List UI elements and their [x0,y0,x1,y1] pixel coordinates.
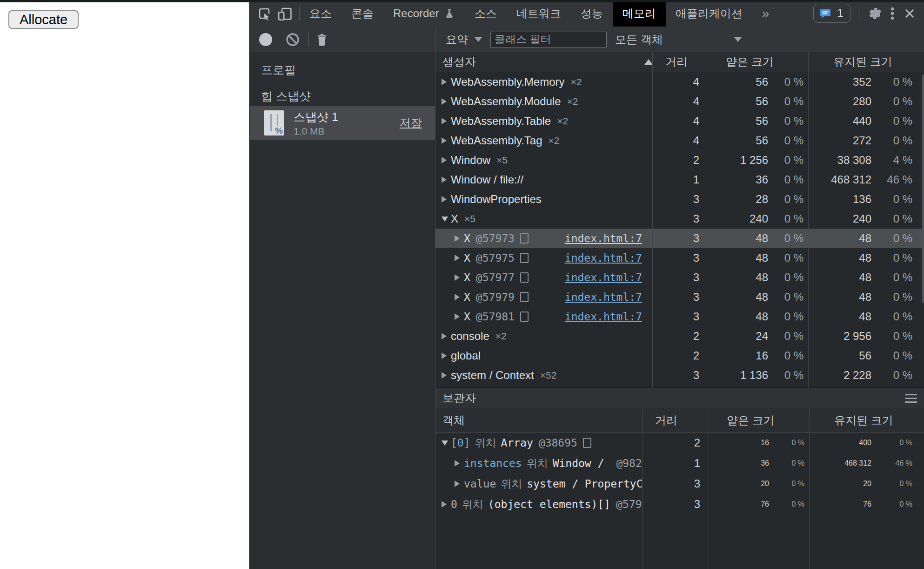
tab-애플리케이션[interactable]: 애플리케이션 [666,0,752,27]
heap-snapshots-heading: 힙 스냅샷 [261,88,311,104]
expand-arrow-icon[interactable] [442,333,451,339]
tab-콘솔[interactable]: 콘솔 [341,0,383,27]
shallow-value: 56 [756,134,768,147]
tab-성능[interactable]: 성능 [571,0,613,27]
close-icon[interactable] [903,7,916,20]
scrollbar-thumb[interactable] [922,75,924,303]
expand-arrow-icon[interactable] [455,481,464,487]
expand-arrow-icon[interactable] [455,313,464,320]
hamburger-icon[interactable] [905,394,917,403]
expand-arrow-icon[interactable] [442,501,451,508]
tab-네트워크[interactable]: 네트워크 [507,0,571,27]
column-retained-size[interactable]: 유지된 크기 [827,54,924,69]
heap-row[interactable]: X@57977index.html:73480 %480 % [435,268,924,287]
trash-icon[interactable] [315,32,329,47]
tab-메모리[interactable]: 메모리 [613,0,666,27]
expand-arrow-icon[interactable] [442,98,451,105]
expand-arrow-icon[interactable] [442,352,451,359]
allocate-button[interactable]: Allocate [8,10,79,29]
shallow-percent: 0 % [768,212,803,225]
source-link[interactable]: index.html:7 [565,252,642,264]
collapse-arrow-icon[interactable] [442,217,451,222]
retainer-row[interactable]: instances위치Window /@98271360 %468 31246 … [435,453,924,474]
heap-row[interactable]: X@57975index.html:73480 %480 % [435,248,924,268]
clear-icon[interactable] [285,32,300,47]
tab-소스[interactable]: 소스 [465,0,507,27]
expand-arrow-icon[interactable] [455,255,464,261]
column-resizer[interactable] [708,408,708,569]
heap-row[interactable]: X@57973index.html:73480 %480 % [435,229,924,248]
collapse-arrow-icon[interactable] [442,440,451,446]
column-resizer[interactable] [707,52,707,387]
column-shallow-size[interactable]: 얕은 크기 [721,413,828,428]
snapshot-item[interactable]: % 스냅샷 1 1.0 MB 저장 [250,106,435,140]
column-distance[interactable]: 거리 [649,413,721,428]
inspect-icon[interactable] [256,6,272,21]
expand-arrow-icon[interactable] [442,79,451,85]
column-shallow-size[interactable]: 얕은 크기 [720,54,827,69]
column-constructor[interactable]: 생성자 [435,54,659,69]
object-scope-select[interactable]: 모든 객체 [615,32,742,47]
source-link[interactable]: index.html:7 [565,291,642,303]
heap-row[interactable]: WebAssembly.Tag×24560 %2720 % [435,131,924,150]
retainer-row[interactable]: value위치system / PropertyCel3200 %200 % [435,474,924,494]
expand-arrow-icon[interactable] [455,294,464,300]
retained-percent: 0 % [871,95,912,108]
column-resizer[interactable] [642,408,643,569]
heap-row[interactable]: X@57979index.html:73480 %480 % [435,287,924,307]
expand-arrow-icon[interactable] [442,157,451,163]
class-filter-input[interactable] [490,32,607,47]
device-toolbar-icon[interactable] [277,6,294,21]
source-link[interactable]: index.html:7 [565,271,642,284]
heap-row[interactable]: console×22240 %2 9560 % [435,326,924,346]
expand-arrow-icon[interactable] [455,235,464,242]
heap-row[interactable]: Window×521 2560 %38 3084 % [435,150,924,170]
distance-cell: 1 [652,173,707,186]
heap-row[interactable]: global2160 %560 % [435,346,924,366]
heap-row[interactable]: Window / file://1360 %468 31246 % [435,170,924,190]
heap-row[interactable]: X×532400 %2400 % [435,209,924,229]
record-icon[interactable] [259,33,272,46]
tab-Recorder[interactable]: Recorder [383,0,465,27]
heap-row[interactable]: WebAssembly.Memory×24560 %3520 % [435,72,924,92]
heap-row[interactable]: WebAssembly.Table×24560 %4400 % [435,111,924,131]
shallow-value: 1 136 [740,369,768,382]
heap-row[interactable]: WebAssembly.Module×24560 %2800 % [435,92,924,111]
shallow-value: 48 [756,271,768,284]
expand-arrow-icon[interactable] [455,460,464,467]
gear-icon[interactable] [868,7,882,20]
source-link[interactable]: index.html:7 [565,232,642,244]
distance-cell: 3 [652,193,707,206]
expand-arrow-icon[interactable] [442,118,451,124]
tab-요소[interactable]: 요소 [300,0,341,27]
shallow-value: 240 [750,212,768,225]
expand-arrow-icon[interactable] [442,176,451,183]
retainer-row[interactable]: [0]위치Array@386952160 %4000 % [435,433,924,453]
kebab-menu-icon[interactable] [890,6,895,21]
column-resizer[interactable] [808,52,809,387]
expand-arrow-icon[interactable] [442,196,451,203]
column-resizer[interactable] [809,408,810,569]
perspective-select[interactable]: 요약 [446,32,482,47]
expand-arrow-icon[interactable] [455,274,464,281]
column-retained-size[interactable]: 유지된 크기 [828,413,924,428]
heap-row[interactable]: X@57981index.html:73480 %480 % [435,307,924,326]
retained-value: 56 [859,349,871,362]
heap-row[interactable]: WindowProperties3280 %1360 % [435,190,924,209]
more-tabs-chevron[interactable]: » [752,0,779,27]
expand-arrow-icon[interactable] [442,372,451,379]
column-distance[interactable]: 거리 [659,54,720,69]
expand-arrow-icon[interactable] [442,137,451,144]
distance-cell: 4 [652,75,707,88]
column-resizer[interactable] [652,52,653,387]
retained-size-cell: 200 % [809,480,924,488]
shallow-percent: 0 % [768,115,803,128]
source-link[interactable]: index.html:7 [565,311,642,323]
retained-value: 2 956 [844,330,871,343]
save-snapshot-link[interactable]: 저장 [400,115,422,130]
retained-value: 400 [859,439,871,447]
issues-counter-button[interactable]: 1 [813,4,850,23]
column-object[interactable]: 객체 [435,413,649,428]
heap-row[interactable]: system / Context×5231 1360 %2 2280 % [435,366,924,385]
retainer-row[interactable]: 0위치(object elements)[]@579833760 %760 % [435,494,924,515]
